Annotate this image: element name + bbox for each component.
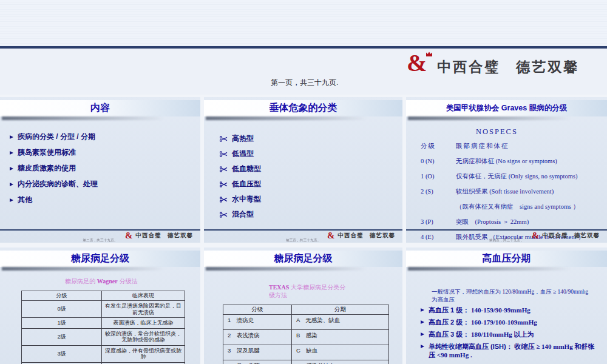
column-header: 分期 <box>292 305 389 315</box>
stage-cell: B 感染 <box>292 330 389 345</box>
grade-cell: 1 溃疡史 <box>223 315 292 330</box>
bullet-text: 高血压 3 级： 180/110mmHg 以上为 <box>429 330 534 339</box>
contents-bullet-list: 疾病的分类 / 分型 / 分期 胰岛素泵使用标准 糖皮质激素的使用 内分泌疾病的… <box>10 132 98 205</box>
slide-title: 美国甲状腺协会 Graves 眼病的分级 <box>446 103 567 113</box>
crisis-type-list: 高热型 低温型 低血糖型 低血压型 水中毒型 混合型 <box>220 133 261 220</box>
grade-cell: 3级 <box>22 345 102 362</box>
grade-cell: 4 骨、关节 <box>223 360 292 364</box>
grade-cell <box>421 203 456 210</box>
bullet-text: 混合型 <box>232 209 254 220</box>
arrow-bullet-icon <box>10 183 13 186</box>
grade-value: ： 160-179/100-109mmHg <box>463 318 537 326</box>
nospecs-heading: NOSPECS <box>476 127 603 136</box>
grade-cell: 2 表浅溃疡 <box>223 330 292 345</box>
desc-cell: 无病症和体征 (No signs or symptoms) <box>456 158 603 164</box>
list-item: 低温型 <box>220 149 261 159</box>
brand-motto: 中西合璧 德艺双馨 <box>437 58 579 76</box>
slide-footer-rule <box>204 229 402 231</box>
grading-row: 分级眼部病症和体征 <box>413 143 603 149</box>
grade-label: 高血压 1 级 <box>429 306 463 314</box>
page-indicator: 第三页，共三十九页。 <box>232 238 375 243</box>
column-header: 分级 <box>223 305 292 315</box>
stage-cell: A 无感染、缺血 <box>292 315 389 330</box>
slide-title: 高血压分期 <box>483 252 531 265</box>
scissors-bullet-icon <box>220 166 228 172</box>
list-item: 低血糖型 <box>220 164 261 174</box>
hypertension-intro: 一般情况下，理想的血压为 120/80mmHg，血压 ≥ 140/90mmhg … <box>432 288 595 304</box>
grade-cell: 2级 <box>22 328 102 345</box>
arrow-bullet-icon <box>10 198 13 202</box>
slide-thumbnail-graves-grading[interactable]: 美国甲状腺协会 Graves 眼病的分级 NOSPECS 分级眼部病症和体征 0… <box>406 97 607 243</box>
slide-thumbnail-contents[interactable]: 内容 疾病的分类 / 分型 / 分期 胰岛素泵使用标准 糖皮质激素的使用 内分泌… <box>0 97 200 243</box>
brand-logo: & 中西合璧 德艺双馨 <box>407 52 579 76</box>
desc-cell: 表面溃疡，临床上无感染 <box>102 318 185 329</box>
slide-thumbnail-texas-grading[interactable]: 糖尿病足分级 TEXAS 大学糖尿病足分类分级方法 分级 分期 1 溃疡史A 无… <box>204 248 402 364</box>
desc-cell: 仅有体征，无病症 (Only signs, no symptoms) <box>456 173 603 180</box>
grade-cell: 0 (N) <box>421 158 456 164</box>
arrow-bullet-icon <box>421 308 424 312</box>
bullet-text: 疾病的分类 / 分型 / 分期 <box>18 132 95 142</box>
scissors-bullet-icon <box>220 181 228 187</box>
arrow-bullet-icon <box>10 167 13 170</box>
slide-title: 糖尿病足分级 <box>71 252 129 265</box>
table-row: 4 骨、关节D 感染并缺血 <box>223 360 389 364</box>
bullet-text: 高血压 1 级： 140-159/90-99mmHg <box>429 306 531 314</box>
grade-value: ： 140-159/90-99mmHg <box>463 306 531 314</box>
subtitle-keyword: TEXAS <box>269 284 289 291</box>
list-item: 高血压 1 级： 140-159/90-99mmHg <box>421 306 599 314</box>
presentation-preview-page: & 中西合璧 德艺双馨 第一页，共三十九页. 内容 疾病的分类 / 分型 / 分… <box>0 0 607 364</box>
slide-thumbnail-hypertension-staging[interactable]: 高血压分期 一般情况下，理想的血压为 120/80mmHg，血压 ≥ 140/9… <box>406 248 607 364</box>
page-indicator: 第二页，共三十九页。 <box>28 238 172 243</box>
grade-value: ： 180/110mmHg 以上为 <box>463 331 534 338</box>
grade-cell: 分级 <box>421 143 456 149</box>
table-row: 2级较深的溃疡，常合并软组织炎，无脓肿或骨的感染 <box>22 328 185 345</box>
slide-thumbnail-wagner-grading[interactable]: 糖尿病足分级 糖尿病足的 Wagner 分级法 分级 临床表现 0级有发生足溃疡… <box>0 248 200 364</box>
crown-icon <box>426 52 433 57</box>
stage-cell: C 缺血 <box>292 345 389 360</box>
desc-cell: 有发生足溃疡危险因素的足，目前无溃疡 <box>102 301 185 318</box>
grade-cell: 2 (S) <box>421 188 456 195</box>
table-row: 1级表面溃疡，临床上无感染 <box>22 318 185 329</box>
subtitle-pre: 糖尿病足的 <box>65 278 97 285</box>
bullet-text: 其他 <box>18 195 32 205</box>
slide-thumbnail-pituitary-crisis[interactable]: 垂体危象的分类 高热型 低温型 低血糖型 低血压型 水中毒型 混合型 & 中西合… <box>204 97 402 243</box>
grade-label: 单纯性收缩期高血压 (ISH) <box>429 343 506 350</box>
grading-row: （既有体征又有病症 signs and symptoms ） <box>413 203 603 210</box>
list-item: 混合型 <box>220 209 261 220</box>
column-header: 临床表现 <box>102 291 185 301</box>
grade-cell: 3 深及肌腱 <box>223 345 292 360</box>
grade-cell: 1 (O) <box>421 173 456 180</box>
list-item: 高血压 3 级： 180/110mmHg 以上为 <box>421 330 599 339</box>
slide-title-band: 高血压分期 <box>406 251 607 267</box>
grade-label: 高血压 2 级 <box>429 318 463 326</box>
slide-title: 垂体危象的分类 <box>270 102 337 115</box>
slide-title-band: 糖尿病足分级 <box>0 251 200 267</box>
slide-title-band: 垂体危象的分类 <box>204 100 402 116</box>
scissors-bullet-icon <box>220 151 228 157</box>
table-header-row: 分级 分期 <box>223 305 389 315</box>
page-indicator: 第四页，共三十九页。 <box>434 238 578 243</box>
desc-cell: 深度感染，伴有骨组织病变或脓肿 <box>102 345 185 362</box>
column-header: 分级 <box>22 291 102 301</box>
grading-row: 3 (P)突眼 (Proptosis ＞ 22mm) <box>413 218 603 225</box>
grading-row: 1 (O)仅有体征，无病症 (Only signs, no symptoms) <box>413 173 603 180</box>
table-row: 1 溃疡史A 无感染、缺血 <box>223 315 389 330</box>
slide-footer-rule <box>0 46 607 49</box>
scissors-bullet-icon <box>220 212 228 218</box>
slide-title-band: 糖尿病足分级 <box>204 251 402 267</box>
wagner-table: 分级 临床表现 0级有发生足溃疡危险因素的足，目前无溃疡 1级表面溃疡，临床上无… <box>21 291 185 364</box>
grade-cell: 0级 <box>22 301 102 318</box>
arrow-bullet-icon <box>10 151 13 155</box>
stage-cell: D 感染并缺血 <box>292 360 389 364</box>
bullet-text: 水中毒型 <box>232 194 261 204</box>
nospecs-grading: NOSPECS 分级眼部病症和体征 0 (N)无病症和体征 (No signs … <box>413 127 603 243</box>
bullet-text: 低温型 <box>232 149 254 159</box>
grade-label: 高血压 3 级 <box>429 331 463 338</box>
slide-title-band: 美国甲状腺协会 Graves 眼病的分级 <box>406 100 607 116</box>
scissors-bullet-icon <box>220 197 228 203</box>
arrow-bullet-icon <box>421 320 424 324</box>
bullet-text: 高血压 2 级： 160-179/100-109mmHg <box>429 318 537 326</box>
desc-cell: 较深的溃疡，常合并软组织炎，无脓肿或骨的感染 <box>102 328 185 345</box>
grading-row: 2 (S)软组织受累 (Soft tissue involvement) <box>413 188 603 195</box>
list-item: 单纯性收缩期高血压 (ISH)： 收缩压 ≥ 140 mmHg 和舒张压 <90… <box>421 342 599 359</box>
